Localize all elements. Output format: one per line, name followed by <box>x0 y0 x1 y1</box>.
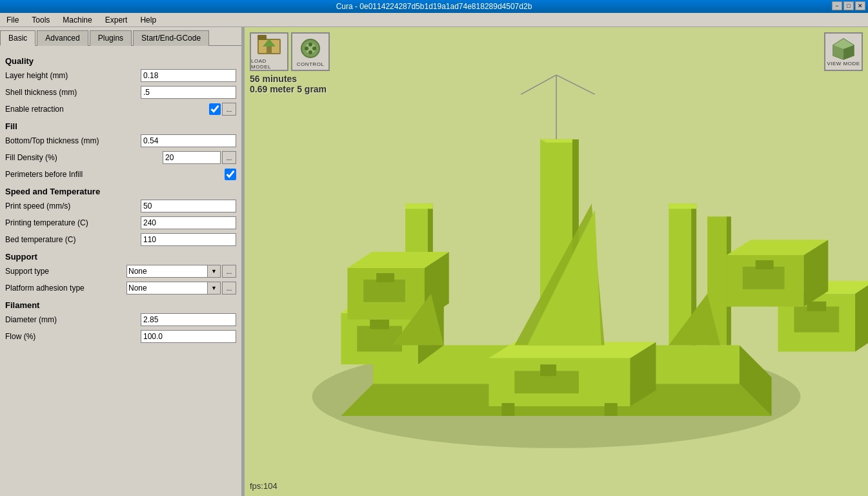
diameter-row: Diameter (mm) <box>5 313 236 327</box>
platform-adhesion-dropdown-arrow[interactable]: ▼ <box>208 282 221 294</box>
speed-section: Speed and Temperature Print speed (mm/s)… <box>5 187 236 247</box>
print-temp-input[interactable] <box>141 216 236 229</box>
left-panel: Basic Advanced Plugins Start/End-GCode Q… <box>0 27 242 496</box>
fps-counter: fps:104 <box>250 481 278 491</box>
print-speed-label: Print speed (mm/s) <box>5 202 141 211</box>
svg-point-7 <box>308 43 312 46</box>
bed-temp-label: Bed temperature (C) <box>5 235 141 244</box>
info-overlay: 56 minutes 0.69 meter 5 gram <box>250 74 327 94</box>
platform-adhesion-dots[interactable]: ... <box>222 282 236 294</box>
load-model-icon <box>256 34 282 57</box>
fill-section: Fill Bottom/Top thickness (mm) Fill Dens… <box>5 121 236 181</box>
platform-adhesion-select[interactable]: None Brim Raft <box>126 282 208 294</box>
quality-title: Quality <box>5 56 236 66</box>
tab-basic[interactable]: Basic <box>0 30 35 46</box>
svg-rect-50 <box>605 403 618 416</box>
speed-title: Speed and Temperature <box>5 187 236 196</box>
menu-help[interactable]: Help <box>136 14 160 26</box>
menu-machine[interactable]: Machine <box>59 14 96 26</box>
bottom-top-thickness-input[interactable] <box>141 134 236 147</box>
tab-advanced[interactable]: Advanced <box>37 30 88 46</box>
support-type-select[interactable]: None Touching buildplate Everywhere <box>126 265 208 278</box>
model-svg <box>245 27 868 496</box>
support-type-dropdown-arrow[interactable]: ▼ <box>208 265 221 278</box>
support-type-row: Support type None Touching buildplate Ev… <box>5 264 236 278</box>
svg-marker-28 <box>405 203 433 209</box>
shell-thickness-row: Shell thickness (mm) <box>5 85 236 99</box>
fill-density-label: Fill Density (%) <box>5 153 163 162</box>
svg-rect-38 <box>370 320 389 329</box>
print-temp-row: Printing temperature (C) <box>5 216 236 230</box>
tab-start-end-gcode[interactable]: Start/End-GCode <box>133 30 209 46</box>
flow-row: Flow (%) <box>5 329 236 344</box>
svg-marker-31 <box>669 203 696 209</box>
fill-density-dots[interactable]: ... <box>222 151 236 164</box>
svg-rect-49 <box>501 403 514 416</box>
layer-height-label: Layer height (mm) <box>5 71 141 80</box>
enable-retraction-checkbox[interactable] <box>209 103 221 115</box>
menu-expert[interactable]: Expert <box>101 14 132 26</box>
control-label: CONTROL <box>297 61 325 67</box>
svg-rect-37 <box>357 326 402 352</box>
load-model-label: LOAD MODEL <box>251 58 287 70</box>
viewport[interactable]: LOAD MODEL CONTROL 56 minutes 0.69 meter… <box>245 27 868 496</box>
main-layout: Basic Advanced Plugins Start/End-GCode Q… <box>0 27 868 496</box>
filament-section: Filament Diameter (mm) Flow (%) <box>5 300 236 344</box>
support-section: Support Support type None Touching build… <box>5 252 236 295</box>
perimeters-before-infill-checkbox[interactable] <box>225 169 236 180</box>
minimize-button[interactable]: − <box>832 1 842 10</box>
svg-line-17 <box>521 75 556 94</box>
time-estimate: 56 minutes <box>250 74 327 84</box>
close-button[interactable]: ✕ <box>855 1 865 10</box>
platform-adhesion-row: Platform adhesion type None Brim Raft ▼ … <box>5 281 236 295</box>
bed-temp-row: Bed temperature (C) <box>5 232 236 247</box>
enable-retraction-dots[interactable]: ... <box>222 103 236 116</box>
flow-label: Flow (%) <box>5 332 141 341</box>
bottom-top-thickness-row: Bottom/Top thickness (mm) <box>5 134 236 148</box>
perimeters-before-infill-label: Perimeters before Infill <box>5 170 225 179</box>
title-bar: Cura - 0e0114224287d5b1d19a1ad74e818289d… <box>0 0 868 13</box>
svg-rect-3 <box>267 46 272 53</box>
view-mode-label: VIEW MODE <box>827 61 860 67</box>
print-speed-row: Print speed (mm/s) <box>5 199 236 213</box>
menu-bar: File Tools Machine Expert Help <box>0 13 868 27</box>
print-temp-label: Printing temperature (C) <box>5 218 141 227</box>
platform-adhesion-dropdown-container: None Brim Raft ▼ ... <box>126 282 236 294</box>
filament-title: Filament <box>5 300 236 310</box>
svg-rect-54 <box>363 280 405 302</box>
layer-height-row: Layer height (mm) <box>5 68 236 83</box>
menu-file[interactable]: File <box>3 14 23 26</box>
enable-retraction-row: Enable retraction ... <box>5 102 236 116</box>
platform-adhesion-label: Platform adhesion type <box>5 284 126 293</box>
fill-density-input[interactable] <box>163 151 221 164</box>
tabs-container: Basic Advanced Plugins Start/End-GCode <box>0 27 241 46</box>
load-model-button[interactable]: LOAD MODEL <box>250 32 288 71</box>
svg-point-9 <box>305 46 308 50</box>
support-type-label: Support type <box>5 267 126 276</box>
svg-rect-55 <box>376 273 394 282</box>
tab-plugins[interactable]: Plugins <box>90 30 132 46</box>
support-type-dots[interactable]: ... <box>222 265 236 278</box>
perimeters-before-infill-row: Perimeters before Infill <box>5 167 236 181</box>
window-title: Cura - 0e0114224287d5b1d19a1ad74e818289d… <box>336 2 532 11</box>
control-button[interactable]: CONTROL <box>291 32 330 71</box>
svg-point-8 <box>308 50 312 54</box>
material-estimate: 0.69 meter 5 gram <box>250 84 327 94</box>
title-bar-controls: − □ ✕ <box>832 1 865 10</box>
svg-rect-60 <box>756 260 774 269</box>
print-speed-input[interactable] <box>141 200 236 212</box>
svg-line-16 <box>556 75 595 94</box>
layer-height-input[interactable] <box>141 69 236 82</box>
shell-thickness-input[interactable] <box>141 86 236 99</box>
diameter-input[interactable] <box>141 313 236 326</box>
restore-button[interactable]: □ <box>843 1 854 10</box>
menu-tools[interactable]: Tools <box>28 14 54 26</box>
support-title: Support <box>5 252 236 262</box>
flow-input[interactable] <box>141 330 236 343</box>
settings-content: Quality Layer height (mm) Shell thicknes… <box>0 46 241 496</box>
view-mode-button[interactable]: VIEW MODE <box>824 32 863 71</box>
view-mode-icon <box>831 37 856 61</box>
svg-point-10 <box>312 46 316 50</box>
svg-rect-43 <box>807 302 826 311</box>
bed-temp-input[interactable] <box>141 233 236 246</box>
